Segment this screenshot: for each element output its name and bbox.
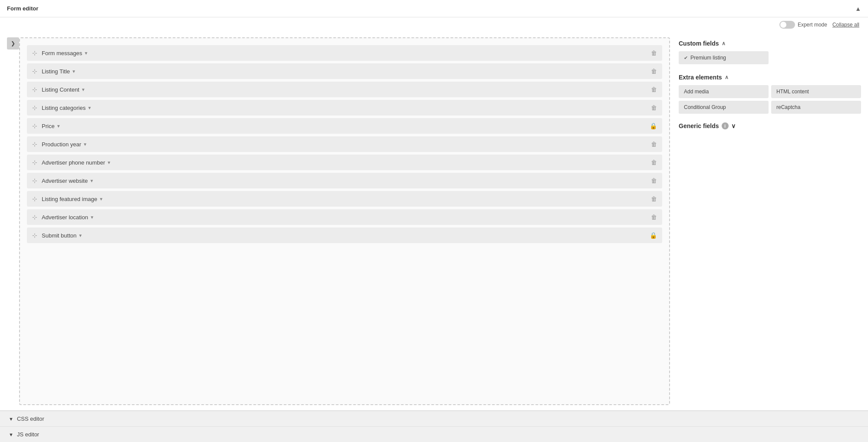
drag-handle-icon[interactable]: ⊹ [32,49,37,56]
close-icon[interactable]: ▲ [855,5,861,12]
app-header: Form editor ▲ [0,0,868,17]
dropdown-arrow-icon[interactable]: ▼ [56,124,61,129]
delete-icon[interactable]: 🗑 [651,68,657,75]
row-label: Form messages ▼ [42,50,651,56]
dropdown-arrow-icon[interactable]: ▼ [90,215,94,220]
row-label: Submit button ▼ [42,232,650,239]
collapse-arrow-icon: ▼ [9,416,13,422]
extra-elements-grid: Add mediaHTML contentConditional Groupre… [679,85,861,114]
drag-handle-icon[interactable]: ⊹ [32,232,37,239]
generic-fields-section: Generic fields i ∨ [679,122,861,134]
expert-mode-toggle[interactable]: Expert mode [779,21,827,29]
bottom-panel-row[interactable]: ▼JS editor [0,426,868,442]
lock-icon[interactable]: 🔒 [650,122,657,129]
bottom-panels: ▼CSS editor▼JS editor [0,410,868,442]
form-row[interactable]: ⊹Listing Content ▼🗑 [27,82,662,97]
row-label: Listing featured image ▼ [42,196,651,202]
drag-handle-icon[interactable]: ⊹ [32,159,37,166]
panel-toggle-button[interactable]: ❯ [7,37,19,49]
app-title: Form editor [7,5,38,12]
custom-fields-chevron[interactable]: ∧ [722,40,726,46]
generic-fields-chevron[interactable]: ∨ [731,122,736,129]
delete-icon[interactable]: 🗑 [651,195,657,202]
form-row[interactable]: ⊹Advertiser website ▼🗑 [27,173,662,188]
dropdown-arrow-icon[interactable]: ▼ [107,160,111,165]
custom-fields-label: Custom fields [679,40,719,47]
left-panel: ⊹Form messages ▼🗑⊹Listing Title ▼🗑⊹Listi… [19,32,670,410]
dropdown-arrow-icon[interactable]: ▼ [78,233,83,238]
row-label: Production year ▼ [42,141,651,148]
row-label: Listing Content ▼ [42,86,651,93]
form-row[interactable]: ⊹Advertiser location ▼🗑 [27,209,662,225]
dropdown-arrow-icon[interactable]: ▼ [99,197,103,201]
row-label: Listing Title ▼ [42,68,651,75]
extra-element-button[interactable]: Add media [679,85,769,98]
premium-listing-label: Premium listing [690,55,726,61]
form-row[interactable]: ⊹Submit button ▼🔒 [27,228,662,243]
drag-handle-icon[interactable]: ⊹ [32,122,37,129]
main-layout: ❯ ⊹Form messages ▼🗑⊹Listing Title ▼🗑⊹Lis… [0,32,868,410]
expert-mode-label: Expert mode [798,22,827,28]
dropdown-arrow-icon[interactable]: ▼ [84,51,88,56]
collapse-all-button[interactable]: Collapse all [832,22,859,28]
drag-handle-icon[interactable]: ⊹ [32,86,37,93]
premium-listing-button[interactable]: ✔ Premium listing [679,51,769,64]
extra-elements-label: Extra elements [679,74,722,81]
dropdown-arrow-icon[interactable]: ▼ [72,69,76,74]
delete-icon[interactable]: 🗑 [651,214,657,221]
form-row[interactable]: ⊹Listing Title ▼🗑 [27,63,662,79]
form-row[interactable]: ⊹Price ▼🔒 [27,118,662,134]
drag-handle-icon[interactable]: ⊹ [32,195,37,202]
delete-icon[interactable]: 🗑 [651,141,657,148]
info-icon[interactable]: i [722,122,729,129]
bottom-panel-row[interactable]: ▼CSS editor [0,411,868,426]
drag-handle-icon[interactable]: ⊹ [32,177,37,184]
form-row[interactable]: ⊹Form messages ▼🗑 [27,45,662,61]
form-row[interactable]: ⊹Listing categories ▼🗑 [27,100,662,115]
custom-fields-section-header: Custom fields ∧ [679,40,861,47]
lock-icon[interactable]: 🔒 [650,232,657,239]
check-icon: ✔ [684,55,688,61]
dropdown-arrow-icon[interactable]: ▼ [81,87,86,92]
delete-icon[interactable]: 🗑 [651,49,657,56]
drag-handle-icon[interactable]: ⊹ [32,104,37,111]
delete-icon[interactable]: 🗑 [651,104,657,111]
delete-icon[interactable]: 🗑 [651,177,657,184]
form-row[interactable]: ⊹Listing featured image ▼🗑 [27,191,662,207]
row-label: Advertiser website ▼ [42,178,651,184]
generic-fields-label: Generic fields [679,122,719,129]
dropdown-arrow-icon[interactable]: ▼ [87,106,92,110]
toolbar: Expert mode Collapse all [0,17,868,32]
form-row[interactable]: ⊹Advertiser phone number ▼🗑 [27,155,662,170]
delete-icon[interactable]: 🗑 [651,159,657,166]
drag-handle-icon[interactable]: ⊹ [32,141,37,148]
dropdown-arrow-icon[interactable]: ▼ [83,142,87,147]
bottom-panel-label: CSS editor [17,416,44,422]
dropdown-arrow-icon[interactable]: ▼ [89,178,94,183]
row-label: Advertiser location ▼ [42,214,651,221]
drag-handle-icon[interactable]: ⊹ [32,68,37,75]
delete-icon[interactable]: 🗑 [651,86,657,93]
extra-elements-section-header: Extra elements ∧ [679,74,861,81]
extra-element-button[interactable]: Conditional Group [679,101,769,114]
bottom-panel-label: JS editor [17,431,39,438]
form-canvas: ⊹Form messages ▼🗑⊹Listing Title ▼🗑⊹Listi… [19,37,670,405]
form-row[interactable]: ⊹Production year ▼🗑 [27,136,662,152]
row-label: Advertiser phone number ▼ [42,159,651,166]
right-panel: Custom fields ∧ ✔ Premium listing Extra … [670,32,861,410]
extra-element-button[interactable]: reCaptcha [771,101,861,114]
drag-handle-icon[interactable]: ⊹ [32,214,37,221]
row-label: Price ▼ [42,123,650,129]
extra-elements-chevron[interactable]: ∧ [725,74,729,80]
extra-element-button[interactable]: HTML content [771,85,861,98]
generic-fields-header: Generic fields i ∨ [679,122,861,129]
collapse-arrow-icon: ▼ [9,432,13,437]
custom-fields-grid: ✔ Premium listing [679,51,861,64]
row-label: Listing categories ▼ [42,105,651,111]
expert-mode-switch[interactable] [779,21,795,29]
